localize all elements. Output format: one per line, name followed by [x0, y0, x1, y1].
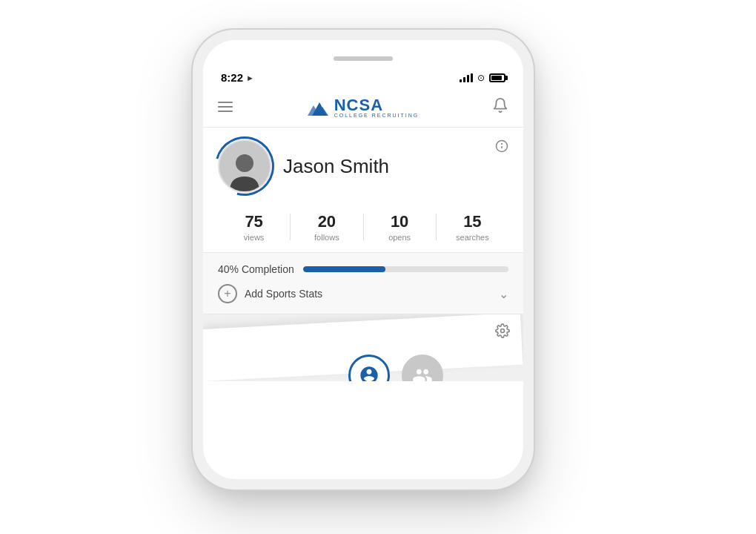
completion-label: 40% Completion [218, 263, 294, 275]
add-sports-plus-icon[interactable]: + [218, 284, 237, 303]
phone-frame: 8:22 ► ⊙ [193, 30, 534, 490]
status-icons: ⊙ [460, 73, 505, 83]
completion-section: 40% Completion + Add Sports Stats ⌄ [203, 253, 523, 314]
stats-row: 75 views 20 follows 10 opens [203, 202, 523, 253]
stat-opens-label: opens [388, 233, 411, 242]
bottom-circle-icon-2 [412, 365, 433, 381]
add-sports-row[interactable]: + Add Sports Stats ⌄ [218, 284, 508, 303]
stat-searches-number: 15 [463, 212, 481, 231]
phone-wrapper: 8:22 ► ⊙ [193, 30, 534, 490]
stat-opens: 10 opens [364, 212, 436, 242]
bottom-circles [348, 355, 443, 381]
stat-follows: 20 follows [291, 212, 362, 242]
stat-views-number: 75 [245, 212, 262, 231]
nav-bar: NCSA COLLEGE RECRUITING [203, 90, 523, 128]
bottom-circle-gray [402, 355, 443, 381]
bottom-area [203, 314, 523, 381]
stat-follows-number: 20 [318, 212, 336, 231]
progress-bar [303, 266, 508, 272]
notification-bell-button[interactable] [492, 97, 508, 117]
bottom-circle-blue [348, 355, 390, 381]
profile-section: Jason Smith [203, 128, 523, 202]
profile-header: Jason Smith [218, 139, 508, 193]
status-time: 8:22 ► [221, 71, 254, 84]
phone-speaker [334, 56, 393, 61]
ncsa-logo: NCSA COLLEGE RECRUITING [306, 96, 420, 118]
phone-screen: 8:22 ► ⊙ [203, 40, 523, 479]
stat-views: 75 views [218, 212, 290, 242]
scene: 8:22 ► ⊙ [0, 0, 756, 534]
stat-opens-number: 10 [391, 212, 408, 231]
wifi-icon: ⊙ [477, 73, 485, 83]
completion-row: 40% Completion [218, 263, 508, 275]
stat-searches: 15 searches [437, 212, 508, 242]
battery-icon [489, 73, 505, 82]
stat-follows-label: follows [314, 233, 339, 242]
stat-views-label: views [244, 233, 265, 242]
settings-gear-icon[interactable] [495, 323, 510, 342]
bottom-circle-icon-1 [359, 365, 379, 381]
signal-icon [460, 73, 473, 82]
chevron-down-icon[interactable]: ⌄ [499, 287, 508, 301]
stat-searches-label: searches [456, 233, 489, 242]
add-sports-label: Add Sports Stats [245, 288, 491, 300]
avatar-progress-ring [204, 125, 285, 206]
info-button[interactable] [495, 139, 508, 156]
profile-name: Jason Smith [283, 155, 389, 178]
svg-point-7 [501, 329, 505, 333]
status-bar: 8:22 ► ⊙ [203, 40, 523, 90]
logo-subtitle: COLLEGE RECRUITING [334, 113, 420, 118]
logo-mountain-icon [306, 96, 330, 117]
avatar [218, 139, 271, 193]
time-display: 8:22 [221, 71, 243, 84]
menu-button[interactable] [218, 102, 233, 112]
location-arrow: ► [246, 73, 254, 82]
progress-bar-fill [303, 266, 385, 272]
